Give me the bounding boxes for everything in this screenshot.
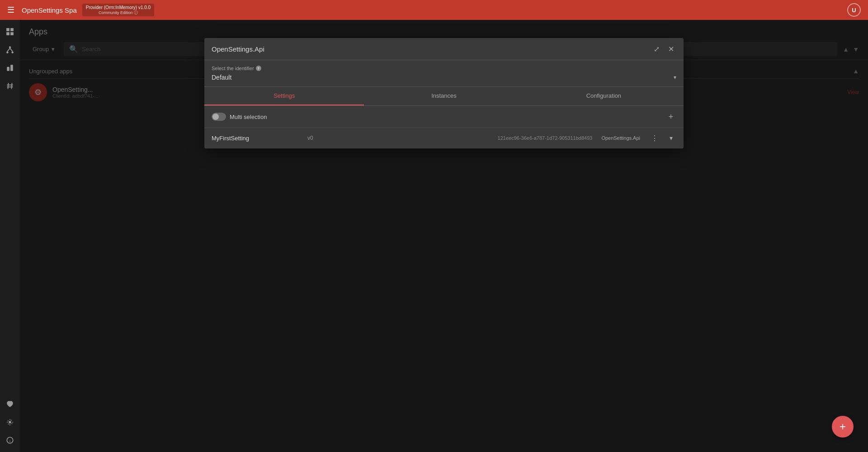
sidebar-icon-hashtag[interactable] bbox=[2, 78, 18, 94]
sidebar-icon-grid[interactable] bbox=[2, 24, 18, 40]
svg-rect-1 bbox=[10, 28, 14, 31]
setting-row: MyFirstSetting v0 121eec96-36e6-a787-1d7… bbox=[204, 128, 684, 148]
tab-instances[interactable]: Instances bbox=[364, 87, 524, 105]
modal-tabs: Settings Instances Configuration bbox=[204, 87, 684, 106]
svg-point-15 bbox=[9, 421, 11, 423]
setting-expand-button[interactable]: ▾ bbox=[665, 133, 676, 143]
setting-id: 121eec96-36e6-a787-1d72-905311bd8493 bbox=[498, 135, 593, 141]
fab-button[interactable]: + bbox=[832, 416, 854, 438]
sidebar-icon-info[interactable]: i bbox=[2, 432, 18, 448]
multi-selection-left: Multi selection bbox=[212, 113, 267, 121]
modal-header-actions: ⤢ ✕ bbox=[651, 43, 676, 54]
sidebar: i bbox=[0, 20, 20, 452]
multi-selection-label: Multi selection bbox=[230, 114, 267, 120]
sidebar-icon-plugin[interactable] bbox=[2, 60, 18, 76]
identifier-chevron-icon: ▾ bbox=[674, 74, 676, 81]
svg-line-7 bbox=[7, 48, 10, 52]
setting-version: v0 bbox=[307, 135, 492, 141]
setting-more-button[interactable]: ⋮ bbox=[649, 133, 660, 143]
svg-point-5 bbox=[6, 51, 9, 53]
identifier-info-icon: ? bbox=[256, 66, 261, 71]
modal-expand-button[interactable]: ⤢ bbox=[651, 43, 662, 54]
toggle-thumb bbox=[212, 114, 219, 120]
modal-dialog: OpenSettings.Api ⤢ ✕ Select the identifi… bbox=[204, 38, 684, 148]
identifier-section: Select the identifier ? Default ▾ bbox=[204, 60, 684, 87]
setting-name: MyFirstSetting bbox=[212, 135, 302, 142]
menu-icon[interactable]: ☰ bbox=[7, 5, 14, 15]
svg-line-8 bbox=[10, 48, 13, 52]
multi-selection-toggle[interactable] bbox=[212, 113, 226, 121]
svg-text:i: i bbox=[9, 439, 10, 443]
main-layout: i Apps Group ▾ 🔍 ▲ ▼ bbox=[0, 20, 868, 452]
svg-rect-10 bbox=[10, 65, 13, 71]
sidebar-icon-nodes[interactable] bbox=[2, 42, 18, 58]
modal-title: OpenSettings.Api bbox=[212, 45, 264, 53]
add-setting-button[interactable]: + bbox=[665, 111, 676, 122]
provider-badge: Provider (Orm:InMemory) v1.0.0 Community… bbox=[82, 4, 154, 17]
multi-selection-row: Multi selection + bbox=[204, 106, 684, 128]
setting-source: OpenSettings.Api bbox=[601, 135, 640, 141]
svg-rect-0 bbox=[6, 28, 9, 31]
tab-configuration[interactable]: Configuration bbox=[524, 87, 684, 105]
content-area: Apps Group ▾ 🔍 ▲ ▼ Ungrouped apps bbox=[20, 20, 868, 452]
svg-point-4 bbox=[9, 46, 11, 48]
svg-line-12 bbox=[11, 83, 12, 89]
svg-rect-9 bbox=[7, 67, 9, 71]
sidebar-icon-heart[interactable] bbox=[2, 396, 18, 412]
identifier-label: Select the identifier ? bbox=[212, 66, 676, 71]
svg-point-6 bbox=[11, 51, 14, 53]
svg-line-11 bbox=[8, 83, 9, 89]
identifier-selector[interactable]: Default ▾ bbox=[212, 74, 676, 81]
user-avatar[interactable]: U bbox=[847, 3, 861, 17]
modal-body: Multi selection + MyFirstSetting v0 121e… bbox=[204, 106, 684, 148]
svg-rect-2 bbox=[6, 32, 9, 35]
modal-overlay[interactable]: OpenSettings.Api ⤢ ✕ Select the identifi… bbox=[20, 20, 868, 452]
tab-settings[interactable]: Settings bbox=[204, 87, 364, 105]
modal-header: OpenSettings.Api ⤢ ✕ bbox=[204, 38, 684, 60]
topbar: ☰ OpenSettings Spa Provider (Orm:InMemor… bbox=[0, 0, 868, 20]
modal-close-button[interactable]: ✕ bbox=[665, 43, 676, 54]
sidebar-icon-gear[interactable] bbox=[2, 414, 18, 430]
svg-rect-3 bbox=[10, 32, 14, 35]
identifier-value: Default bbox=[212, 74, 231, 81]
app-title: OpenSettings Spa bbox=[22, 6, 77, 14]
